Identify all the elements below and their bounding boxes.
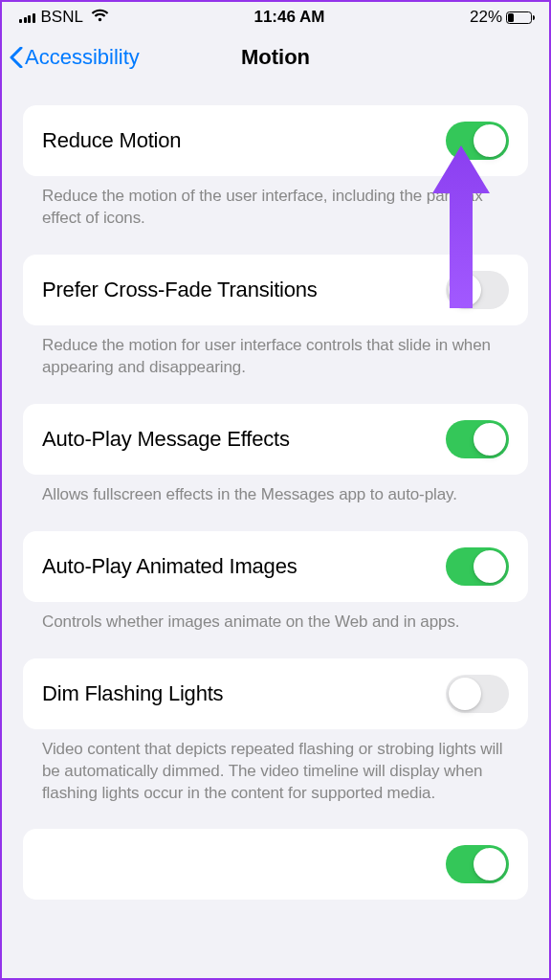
nav-bar: Accessibility Motion: [2, 29, 549, 86]
toggle-reduce-motion[interactable]: [446, 122, 509, 160]
status-left: BSNL: [19, 8, 109, 27]
row-label: [42, 852, 48, 877]
row-footer: Video content that depicts repeated flas…: [23, 729, 528, 824]
row-autoplay-images[interactable]: Auto-Play Animated Images: [23, 531, 528, 602]
status-right: 22%: [470, 8, 532, 27]
signal-icon: [19, 11, 35, 23]
row-reduce-motion[interactable]: Reduce Motion: [23, 105, 528, 176]
row-footer: Reduce the motion of the user interface,…: [23, 176, 528, 255]
back-label: Accessibility: [25, 45, 140, 70]
settings-list[interactable]: Reduce Motion Reduce the motion of the u…: [2, 86, 549, 900]
row-label: Auto-Play Message Effects: [42, 427, 290, 452]
status-bar: BSNL 11:46 AM 22%: [2, 2, 549, 29]
battery-icon: [506, 11, 532, 24]
chevron-left-icon: [10, 47, 23, 68]
row-label: Dim Flashing Lights: [42, 681, 223, 706]
row-autoplay-message[interactable]: Auto-Play Message Effects: [23, 404, 528, 475]
row-label: Prefer Cross-Fade Transitions: [42, 278, 318, 302]
row-footer: Reduce the motion for user interface con…: [23, 325, 528, 404]
wifi-icon: [91, 8, 109, 27]
back-button[interactable]: Accessibility: [10, 45, 140, 70]
carrier-label: BSNL: [41, 8, 83, 27]
status-time: 11:46 AM: [253, 8, 324, 27]
row-partial-next[interactable]: [23, 829, 528, 900]
toggle-dim-flashing[interactable]: [446, 675, 509, 713]
toggle-partial[interactable]: [446, 845, 509, 883]
row-label: Auto-Play Animated Images: [42, 554, 297, 579]
row-cross-fade[interactable]: Prefer Cross-Fade Transitions: [23, 255, 528, 325]
row-footer: Allows fullscreen effects in the Message…: [23, 475, 528, 531]
page-title: Motion: [241, 45, 310, 70]
row-footer: Controls whether images animate on the W…: [23, 602, 528, 658]
row-dim-flashing[interactable]: Dim Flashing Lights: [23, 658, 528, 729]
toggle-cross-fade[interactable]: [446, 271, 509, 309]
row-label: Reduce Motion: [42, 128, 181, 153]
toggle-autoplay-message[interactable]: [446, 420, 509, 458]
toggle-autoplay-images[interactable]: [446, 547, 509, 586]
battery-percent: 22%: [470, 8, 502, 27]
